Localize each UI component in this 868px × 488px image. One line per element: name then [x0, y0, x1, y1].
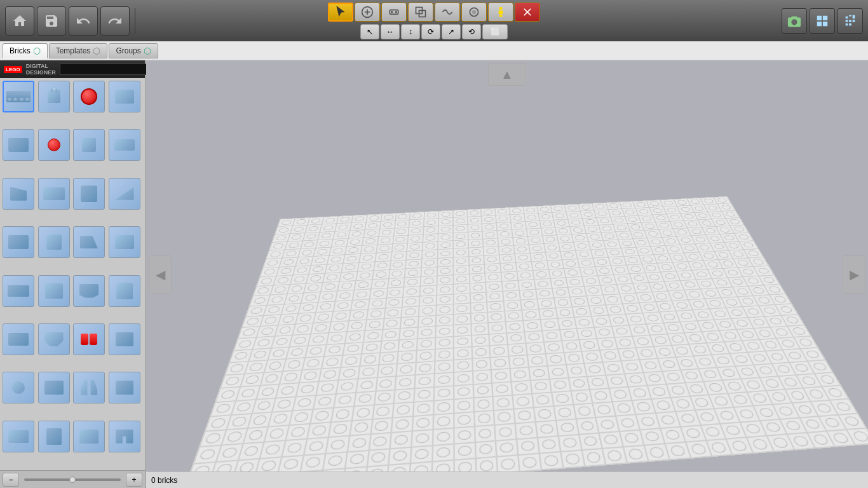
redo-button[interactable] [100, 6, 130, 36]
clone-tool-button[interactable] [408, 3, 433, 22]
sub-move-button[interactable]: ↔ [381, 24, 400, 39]
panel-zoom-out-button[interactable]: − [3, 473, 19, 487]
list-item[interactable] [38, 226, 70, 258]
panel-header: LEGO DIGITAL DESIGNER ◀ [0, 60, 145, 78]
bricks-tab-icon: ⬡ [33, 46, 41, 56]
camera-button[interactable] [782, 8, 807, 34]
list-item[interactable] [109, 81, 140, 112]
digital-designer-label: DIGITAL DESIGNER [26, 63, 56, 76]
tab-bricks[interactable]: Bricks ⬡ [3, 43, 48, 58]
center-row-top [328, 3, 540, 22]
list-item[interactable] [38, 323, 70, 355]
status-bar: 0 bricks [146, 471, 868, 488]
bricks-grid [0, 78, 145, 470]
nav-right-button[interactable]: ▶ [843, 255, 865, 294]
paint-tool-button[interactable] [461, 3, 487, 22]
list-item[interactable] [3, 178, 34, 210]
svg-rect-9 [499, 10, 503, 14]
list-item[interactable] [73, 323, 105, 355]
list-item[interactable] [3, 81, 34, 112]
sub-undo2-button[interactable]: ⟲ [462, 24, 481, 39]
list-item[interactable] [3, 421, 34, 452]
list-item[interactable] [3, 129, 34, 161]
save-button[interactable] [37, 6, 66, 36]
second-toolbar: Bricks ⬡ Templates ⬡ Groups ⬡ [0, 41, 868, 60]
baseplate[interactable] [180, 196, 868, 488]
sub-select-button[interactable]: ↖ [360, 24, 379, 39]
svg-point-8 [499, 6, 503, 10]
view-mode2-button[interactable] [837, 8, 863, 34]
list-item[interactable] [3, 323, 34, 355]
tab-groups[interactable]: Groups ⬡ [109, 43, 158, 58]
list-item[interactable] [109, 372, 140, 403]
flex-tool-button[interactable] [435, 3, 460, 22]
list-item[interactable] [109, 275, 140, 307]
list-item[interactable] [73, 421, 105, 452]
baseplate-container [248, 132, 795, 488]
list-item[interactable] [109, 226, 140, 258]
sub-clone2-button[interactable]: ↗ [442, 24, 461, 39]
svg-point-2 [391, 11, 393, 13]
select-tool-button[interactable] [328, 3, 353, 22]
panel-bottom: − + [0, 470, 145, 488]
delete-tool-button[interactable] [515, 3, 540, 22]
list-item[interactable] [73, 81, 105, 112]
list-item[interactable] [38, 129, 70, 161]
home-button[interactable] [5, 6, 34, 36]
top-toolbar: ↖ ↔ ↕ ⟳ ↗ ⟲ ⬜ [0, 0, 868, 41]
minifig-tool-button[interactable] [488, 3, 513, 22]
lego-logo: LEGO [4, 66, 22, 73]
svg-point-7 [472, 10, 477, 14]
canvas-area[interactable]: ▲ ◀ ▶ 0 bricks [146, 60, 868, 488]
center-row-bottom: ↖ ↔ ↕ ⟳ ↗ ⟲ ⬜ [360, 24, 508, 39]
right-toolbar [782, 8, 863, 34]
zoom-thumb[interactable] [69, 477, 76, 483]
list-item[interactable] [3, 275, 34, 307]
groups-tab-icon: ⬡ [144, 46, 151, 56]
hinge-tool-button[interactable] [381, 3, 407, 22]
zoom-slider[interactable] [24, 478, 121, 481]
templates-tab-icon: ⬡ [93, 46, 100, 56]
list-item[interactable] [109, 323, 140, 355]
list-item[interactable] [109, 129, 140, 161]
list-item[interactable] [73, 226, 105, 258]
tab-templates[interactable]: Templates ⬡ [49, 43, 108, 58]
list-item[interactable] [73, 275, 105, 307]
svg-rect-11 [501, 15, 503, 17]
list-item[interactable] [3, 372, 34, 403]
view-mode-button[interactable] [810, 8, 835, 34]
sub-scale-button[interactable]: ⟳ [421, 24, 440, 39]
undo-button[interactable] [69, 6, 98, 36]
list-item[interactable] [109, 178, 140, 210]
separator-1 [135, 8, 135, 34]
brick-count: 0 bricks [151, 476, 177, 485]
list-item[interactable] [73, 129, 105, 161]
center-toolbar: ↖ ↔ ↕ ⟳ ↗ ⟲ ⬜ [328, 3, 540, 39]
add-brick-button[interactable] [355, 3, 380, 22]
list-item[interactable] [3, 226, 34, 258]
svg-point-3 [395, 11, 397, 13]
list-item[interactable] [38, 81, 70, 112]
list-item[interactable] [38, 178, 70, 210]
sub-rotate-button[interactable]: ↕ [401, 24, 420, 39]
panel-zoom-in-button[interactable]: + [126, 473, 142, 487]
list-item[interactable] [38, 275, 70, 307]
svg-rect-10 [499, 15, 501, 17]
nav-up-button[interactable]: ▲ [488, 63, 526, 86]
main-area: LEGO DIGITAL DESIGNER ◀ [0, 60, 868, 488]
list-item[interactable] [38, 372, 70, 403]
left-panel: LEGO DIGITAL DESIGNER ◀ [0, 60, 146, 488]
list-item[interactable] [73, 372, 105, 403]
list-item[interactable] [109, 421, 140, 452]
list-item[interactable] [38, 421, 70, 452]
nav-left-button[interactable]: ◀ [149, 255, 172, 294]
sub-view-button[interactable]: ⬜ [482, 24, 508, 39]
search-input[interactable] [60, 64, 147, 75]
list-item[interactable] [73, 178, 105, 210]
